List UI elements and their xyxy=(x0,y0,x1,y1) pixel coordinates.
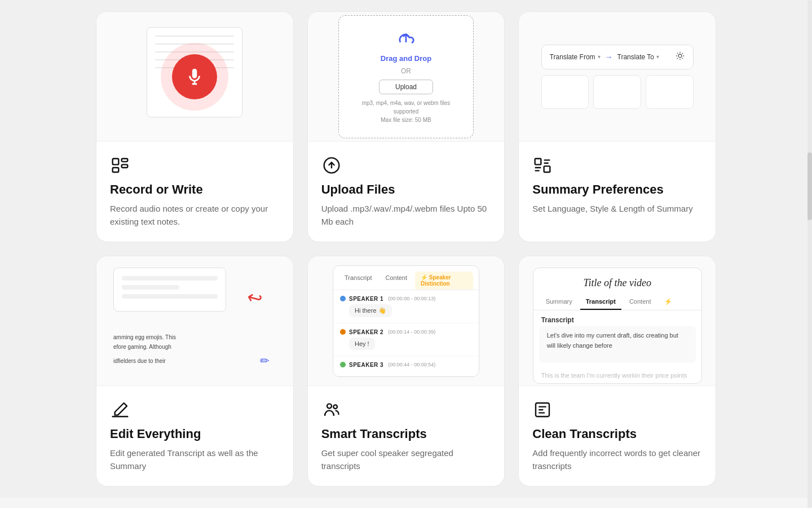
edit-arrow-icon: ↩ xyxy=(244,286,264,310)
card-desc-clean: Add frequently incorrect words to get cl… xyxy=(532,447,702,472)
clean-tab-content[interactable]: Content xyxy=(624,295,657,310)
summary-box-3 xyxy=(646,75,694,109)
speaker-header-2: SPEAKER 2 (00:00:14 - 00:00:39) xyxy=(340,329,472,335)
card-preview-summary: Translate From ▾ → Translate To ▾ xyxy=(519,12,716,142)
speaker-time-1: (00:00:00 - 00:00:13) xyxy=(388,296,435,301)
card-title-summary: Summary Preferences xyxy=(532,182,702,197)
edit-cursor-icon: ✏ xyxy=(260,354,270,367)
person-svg xyxy=(323,401,341,419)
translate-arrow-icon: → xyxy=(605,52,613,62)
card-preview-upload: Drag and Drop OR Upload mp3, mp4, m4a, w… xyxy=(308,12,505,142)
card-title-upload: Upload Files xyxy=(321,182,491,197)
speaker-dot-2 xyxy=(340,329,346,335)
speaker-name-2: SPEAKER 2 xyxy=(349,329,383,335)
upload-supported-text: mp3, mp4, m4a, wav, or webm files suppor… xyxy=(350,99,462,124)
upload-arrow-icon xyxy=(396,29,416,50)
card-title-clean: Clean Transcripts xyxy=(532,427,702,441)
card-desc-summary: Set Language, Style & Length of Summary xyxy=(532,203,702,216)
transcripts-card: Transcript Content ⚡ Speaker Distinction… xyxy=(333,265,479,377)
card-content-summary: Summary Preferences Set Language, Style … xyxy=(519,142,716,242)
speaker-time-2: (00:00:14 - 00:00:39) xyxy=(388,329,435,335)
record-write-icon xyxy=(110,155,130,176)
transcripts-tabs: Transcript Content ⚡ Speaker Distinction xyxy=(333,266,479,290)
clean-card: Title of the video Summary Transcript Co… xyxy=(533,268,702,384)
mic-icon xyxy=(185,67,204,86)
translate-from-control[interactable]: Translate From ▾ xyxy=(550,53,601,61)
upload-button[interactable]: Upload xyxy=(379,80,433,94)
transcripts-visual: Transcript Content ⚡ Speaker Distinction… xyxy=(308,256,505,386)
card-smart-transcripts: Transcript Content ⚡ Speaker Distinction… xyxy=(307,256,505,487)
card-desc-edit: Edit generated Transcript as well as the… xyxy=(110,447,280,472)
mic-preview xyxy=(96,12,293,141)
card-desc-smart: Get super cool speaker segregated transc… xyxy=(321,447,491,472)
card-summary-prefs: Translate From ▾ → Translate To ▾ xyxy=(518,11,716,242)
svg-rect-6 xyxy=(544,166,550,172)
or-label: OR xyxy=(401,67,411,75)
cards-grid: Record or Write Record audio notes or cr… xyxy=(96,11,716,487)
upload-dropzone[interactable]: Drag and Drop OR Upload mp3, mp4, m4a, w… xyxy=(338,15,474,138)
mic-outer-circle xyxy=(161,43,228,111)
card-title-edit: Edit Everything xyxy=(110,427,280,441)
settings-svg xyxy=(675,51,685,61)
speaker-entry-3: SPEAKER 3 (00:00:44 - 00:00:54) xyxy=(333,356,479,376)
speaker-dot-3 xyxy=(340,362,346,367)
upload-svg xyxy=(323,156,341,174)
svg-point-7 xyxy=(327,404,332,408)
upload-cloud-icon xyxy=(398,31,414,48)
scrollbar-thumb[interactable] xyxy=(807,152,812,220)
clean-tab-transcript[interactable]: Transcript xyxy=(580,295,621,310)
card-edit-everything: amming egg emojis. This efore gaming. Al… xyxy=(96,256,294,487)
translate-to-control[interactable]: Translate To ▾ xyxy=(617,53,659,61)
summary-box-2 xyxy=(593,75,641,109)
tab-transcript[interactable]: Transcript xyxy=(339,271,378,290)
card-preview-edit: amming egg emojis. This efore gaming. Al… xyxy=(96,256,293,386)
card-content-record: Record or Write Record audio notes or cr… xyxy=(96,142,293,242)
transcript-svg xyxy=(533,401,551,419)
drag-drop-label: Drag and Drop xyxy=(381,54,431,63)
edit-doc-bg xyxy=(113,268,226,312)
mic-button[interactable] xyxy=(172,54,217,99)
svg-rect-1 xyxy=(122,159,128,161)
speaker-time-3: (00:00:44 - 00:00:54) xyxy=(388,362,435,367)
card-record-write: Record or Write Record audio notes or cr… xyxy=(96,11,294,242)
speaker-entry-2: SPEAKER 2 (00:00:14 - 00:00:39) Hey ! xyxy=(333,323,479,356)
notebook-line xyxy=(155,36,234,37)
edit-text: amming egg emojis. This efore gaming. Al… xyxy=(113,332,176,366)
scrollbar[interactable] xyxy=(807,0,812,508)
speaker-entry-1: SPEAKER 1 (00:00:00 - 00:00:13) Hi there… xyxy=(333,290,479,323)
speaker-bubble-2: Hey ! xyxy=(349,338,375,350)
edit-visual: amming egg emojis. This efore gaming. Al… xyxy=(96,256,293,386)
settings-icon[interactable] xyxy=(675,51,685,63)
card-preview-record xyxy=(96,12,293,142)
card-desc-upload: Upload .mp3/.wav/.mp4/.webm files Upto 5… xyxy=(321,203,491,228)
card-preview-smart: Transcript Content ⚡ Speaker Distinction… xyxy=(308,256,505,386)
clean-visual: Title of the video Summary Transcript Co… xyxy=(519,256,716,386)
transcript-icon xyxy=(532,400,553,420)
card-clean-transcripts: Title of the video Summary Transcript Co… xyxy=(518,256,716,487)
upload-area: Drag and Drop OR Upload mp3, mp4, m4a, w… xyxy=(308,12,505,141)
clean-body-text: Let's dive into my current draft, disc c… xyxy=(539,326,696,363)
card-content-edit: Edit Everything Edit generated Transcrip… xyxy=(96,386,293,486)
clean-section-label: Transcript xyxy=(533,310,701,326)
speaker-header-1: SPEAKER 1 (00:00:00 - 00:00:13) xyxy=(340,296,472,302)
upload-icon xyxy=(321,155,342,176)
svg-rect-5 xyxy=(535,159,541,165)
tab-content[interactable]: Content xyxy=(379,271,413,290)
svg-point-8 xyxy=(333,405,337,409)
card-content-clean: Clean Transcripts Add frequently incorre… xyxy=(519,386,716,486)
speaker-dot-1 xyxy=(340,296,346,301)
clean-tab-bolt[interactable]: ⚡ xyxy=(659,295,678,310)
translate-bar: Translate From ▾ → Translate To ▾ xyxy=(541,45,694,69)
clean-tab-summary[interactable]: Summary xyxy=(540,295,578,310)
summary-option-boxes xyxy=(541,75,694,109)
card-content-smart: Smart Transcripts Get super cool speaker… xyxy=(308,386,505,486)
tab-speaker-distinction[interactable]: ⚡ Speaker Distinction xyxy=(415,271,473,290)
edit-svg xyxy=(111,401,129,419)
record-write-svg xyxy=(111,156,129,174)
person-icon xyxy=(321,400,342,420)
card-preview-clean: Title of the video Summary Transcript Co… xyxy=(519,256,716,386)
card-title-record: Record or Write xyxy=(110,182,280,197)
summary-box-1 xyxy=(541,75,589,109)
card-upload-files: Drag and Drop OR Upload mp3, mp4, m4a, w… xyxy=(307,11,505,242)
svg-rect-2 xyxy=(122,165,128,168)
